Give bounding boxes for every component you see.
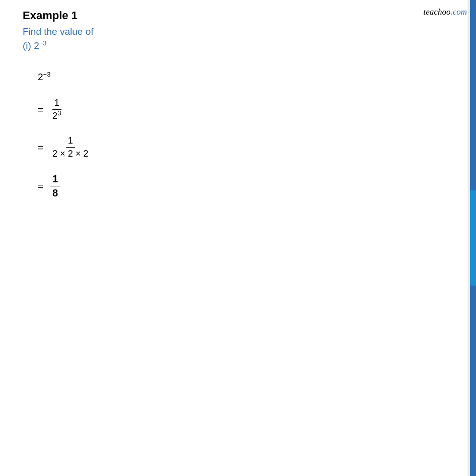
side-accent-bar — [470, 0, 476, 476]
fraction-1-over-2x2x2: 1 2 × 2 × 2 — [50, 135, 90, 159]
fraction3-numerator: 1 — [50, 173, 60, 186]
equals1: = — [38, 104, 43, 115]
fraction2-numerator: 1 — [66, 135, 75, 148]
fraction-1-over-8: 1 8 — [50, 173, 60, 199]
fraction1-den-sup: 3 — [57, 109, 61, 117]
watermark-domain: .com — [450, 7, 467, 17]
step1-expression: 2−3 — [38, 72, 441, 83]
fraction-1-over-2cubed: 1 23 — [50, 98, 63, 121]
equals2: = — [38, 142, 43, 153]
step2-line: = 1 23 — [38, 98, 441, 121]
solution-block: 2−3 = 1 23 = 1 2 × 2 × 2 = 1 8 — [23, 72, 441, 199]
watermark-text: teachoo — [424, 7, 451, 17]
part-i-label: (i) 2−3 — [23, 40, 441, 51]
fraction1-numerator: 1 — [52, 98, 61, 110]
main-content: Example 1 Find the value of (i) 2−3 2−3 … — [0, 0, 456, 223]
equals3: = — [38, 181, 43, 192]
superscript-neg3: −3 — [39, 39, 47, 47]
watermark: teachoo.com — [424, 7, 467, 17]
fraction1-denominator: 23 — [50, 110, 63, 121]
step1-sup: −3 — [43, 71, 51, 78]
example-title: Example 1 — [23, 9, 441, 22]
instruction-text: Find the value of — [23, 26, 441, 37]
fraction2-denominator: 2 × 2 × 2 — [50, 148, 90, 159]
fraction3-denominator: 8 — [50, 186, 60, 199]
step3-line: = 1 2 × 2 × 2 — [38, 135, 441, 159]
step4-line: = 1 8 — [38, 173, 441, 199]
